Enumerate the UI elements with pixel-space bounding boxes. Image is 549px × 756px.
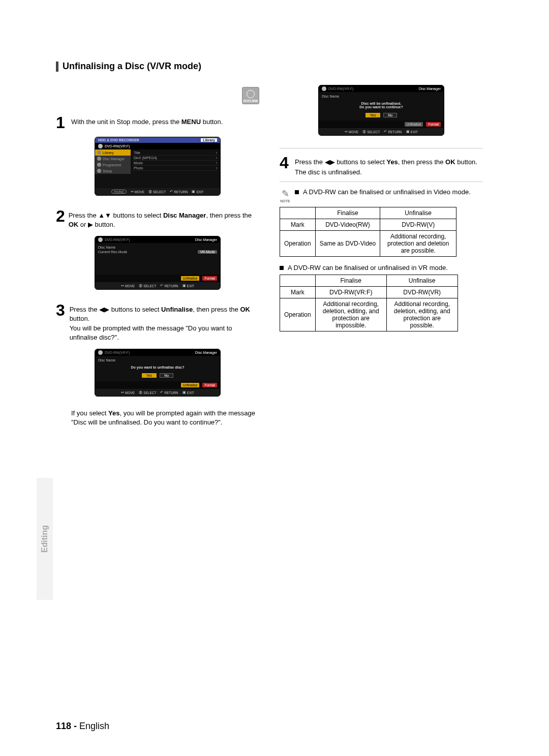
page-footer: 118 - English	[56, 721, 109, 732]
osd-screenshot-4: DVD-RW(VR:F)Disc Manager Disc Name Disc …	[318, 85, 444, 136]
osd-screenshot-2: DVD-RW(VR:F)Disc Manager Disc Name Curre…	[95, 236, 221, 290]
side-tab-label: Editing	[40, 525, 49, 553]
note-block: ✎ NOTE A DVD-RW can be finalised or unfi…	[280, 188, 483, 203]
page-number: 118 -	[56, 721, 77, 731]
side-tab: Editing	[37, 478, 53, 600]
note-icon: ✎ NOTE	[280, 188, 291, 203]
bullet-icon	[280, 266, 284, 270]
accent-bar	[56, 62, 58, 72]
step-number: 1	[56, 114, 71, 131]
disc-type-label: DVD-RW	[243, 99, 258, 103]
step-1: 1 With the unit in Stop mode, press the …	[56, 114, 259, 131]
table-vr-mode: FinaliseUnfinalise MarkDVD-RW(VR:F)DVD-R…	[280, 275, 458, 331]
table-video-mode: FinaliseUnfinalise MarkDVD-Video(RW)DVD-…	[280, 207, 456, 257]
note-text-2: A DVD-RW can be finalised or unfinalised…	[288, 264, 448, 271]
step-3-followup: If you select Yes, you will be prompted …	[71, 409, 259, 427]
disc-type-badge: DVD-RW	[242, 87, 259, 104]
page-language: English	[77, 721, 109, 731]
section-title: Unfinalising a Disc (V/VR mode)	[63, 61, 201, 72]
bullet-icon	[295, 190, 299, 194]
note-bullet-2: A DVD-RW can be finalised or unfinalised…	[280, 264, 483, 271]
step-2: 2 Press the ▲▼ buttons to select Disc Ma…	[56, 208, 259, 230]
note-text-1: A DVD-RW can be finalised or unfinalised…	[303, 188, 471, 196]
osd-screenshot-1: HDD & DVD RECORDERLibrary DVD-RW(VR:F) L…	[95, 137, 221, 196]
section-header: Unfinalising a Disc (V/VR mode)	[56, 61, 513, 72]
step-3: 3 Press the ◀▶ buttons to select Unfinal…	[56, 302, 259, 343]
osd-screenshot-3: DVD-RW(VR:F)Disc Manager Disc Name Do yo…	[95, 349, 221, 397]
step-4: 4 Press the ◀▶ buttons to select Yes, th…	[280, 155, 483, 177]
